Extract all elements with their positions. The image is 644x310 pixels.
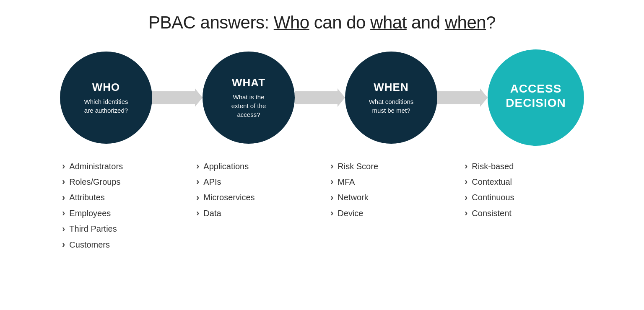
what-list: Applications APIs Microservices Data (196, 158, 314, 221)
who-list: Administrators Roles/Groups Attributes E… (62, 158, 179, 252)
circle-when: WHEN What conditionsmust be met? (345, 52, 437, 144)
decision-list: Risk-based Contextual Continuous Consist… (465, 158, 582, 221)
circle-who-subtitle: Which identitiesare authorized? (84, 97, 128, 115)
list-item: Attributes (62, 190, 179, 205)
list-item: Applications (196, 158, 314, 174)
circle-who: WHO Which identitiesare authorized? (60, 52, 152, 144)
circle-what-subtitle: What is theextent of theaccess? (231, 93, 266, 119)
list-item: Third Parties (62, 221, 179, 237)
title-who: Who (274, 13, 309, 32)
arrow-body-1 (152, 88, 203, 107)
list-item: Administrators (62, 158, 179, 174)
list-item: Roles/Groups (62, 174, 179, 189)
list-item: Employees (62, 205, 179, 221)
arrow-2 (295, 85, 345, 110)
lists-row: Administrators Roles/Groups Attributes E… (17, 158, 627, 252)
circle-access-title: ACCESSDECISION (506, 82, 566, 110)
circle-what: WHAT What is theextent of theaccess? (203, 52, 295, 144)
arrow-body-3 (437, 88, 488, 107)
list-item: APIs (196, 174, 314, 189)
what-list-col: Applications APIs Microservices Data (188, 158, 322, 252)
who-list-col: Administrators Roles/Groups Attributes E… (54, 158, 188, 252)
decision-list-col: Risk-based Contextual Continuous Consist… (456, 158, 590, 252)
list-item: Customers (62, 237, 179, 252)
arrow-3 (437, 85, 488, 110)
arrow-1 (152, 85, 203, 110)
list-item: MFA (330, 174, 448, 189)
list-item: Consistent (465, 205, 582, 221)
list-item: Device (330, 205, 448, 221)
page-title: PBAC answers: Who can do what and when? (148, 13, 496, 33)
title-when: when (445, 13, 486, 32)
circle-when-subtitle: What conditionsmust be met? (369, 97, 414, 115)
list-item: Data (196, 205, 314, 221)
circle-access-decision: ACCESSDECISION (488, 49, 584, 146)
list-item: Continuous (465, 190, 582, 205)
when-list: Risk Score MFA Network Device (330, 158, 448, 221)
arrow-body-2 (295, 88, 345, 107)
diagram-area: WHO Which identitiesare authorized? WHAT… (17, 49, 627, 252)
list-item: Network (330, 190, 448, 205)
circles-row: WHO Which identitiesare authorized? WHAT… (17, 49, 627, 146)
list-item: Contextual (465, 174, 582, 189)
list-item: Risk Score (330, 158, 448, 174)
list-item: Microservices (196, 190, 314, 205)
when-list-col: Risk Score MFA Network Device (322, 158, 456, 252)
title-what: what (370, 13, 407, 32)
circle-who-title: WHO (92, 81, 120, 94)
circle-when-title: WHEN (374, 81, 408, 94)
list-item: Risk-based (465, 158, 582, 174)
circle-what-title: WHAT (232, 76, 265, 89)
